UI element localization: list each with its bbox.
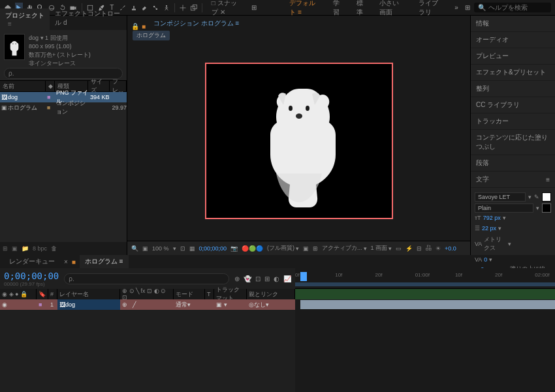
panel-audio[interactable]: オーディオ [471, 32, 555, 48]
anchor-icon[interactable] [189, 3, 198, 13]
frame-blend-icon[interactable]: ⊞ [264, 275, 270, 282]
layer-columns: ◉ ◈ ● 🔒 🔖 # レイヤー名 ⊕ ⊙ ╲ fx ⊡ ◐ ⊙ ⊡ モード T… [0, 289, 295, 299]
panel-info[interactable]: 情報 [471, 16, 555, 32]
timeline-icon[interactable]: ⊟ [417, 245, 422, 252]
timeline-tracks[interactable]: 0f 10f 20f 01:00f 10f 20f 02:00f [295, 268, 555, 392]
leading-value[interactable]: 22 px [482, 225, 496, 232]
layer-row[interactable]: ◉ ■ 1 🖼 dog ⊕ ╱ 通常 ▾ ▣ ▾ ◎ なし ▾ [0, 299, 295, 310]
transparency-icon[interactable]: ▦ [189, 245, 195, 252]
reset-exposure-icon[interactable]: ☀ [436, 245, 441, 252]
layer-search-input[interactable] [64, 273, 229, 284]
zoom-value[interactable]: 100 % [152, 245, 169, 252]
channel-icon[interactable]: 🔴🟢🔵 [242, 245, 263, 252]
motion-blur-icon[interactable]: ◐ [274, 275, 279, 282]
work-area-bar[interactable] [295, 282, 555, 286]
panel-tracker[interactable]: トラッカー [471, 113, 555, 130]
panel-cc-libraries[interactable]: CC ライブラリ [471, 97, 555, 113]
canvas-layer-bounds[interactable] [205, 63, 393, 219]
tab-project[interactable]: プロジェクト≡ [0, 8, 50, 30]
draft3d-icon[interactable]: ⊡ [255, 275, 261, 282]
snap-opt-icon[interactable]: ⊞ [250, 3, 259, 13]
track-header-strip [295, 289, 555, 299]
views-dropdown[interactable]: 1 画面 ▾ [371, 244, 392, 252]
svg-rect-5 [132, 8, 136, 10]
layer-clip[interactable] [300, 300, 555, 309]
project-row[interactable]: ▣ホログラム ■ コンポジション 29.97 [0, 102, 127, 113]
stamp-tool[interactable] [129, 3, 138, 13]
panel-menu-icon[interactable]: ≡ [546, 176, 550, 183]
font-style-dropdown[interactable]: Plain [475, 204, 533, 213]
col-name[interactable]: 名前 [0, 81, 46, 91]
region-icon[interactable]: ▣ [303, 245, 309, 252]
pixel-aspect-icon[interactable]: ▭ [396, 245, 402, 252]
kerning-value[interactable]: メトリクス [484, 235, 506, 252]
shy-icon[interactable]: 👻 [244, 275, 251, 282]
graph-editor-icon[interactable]: 📈 [283, 275, 291, 282]
tab-render-queue[interactable]: レンダーキュー [4, 255, 60, 268]
time-ruler[interactable]: 0f 10f 20f 01:00f 10f 20f 02:00f [295, 268, 555, 289]
tracking-value[interactable]: 0 [484, 256, 487, 263]
svg-point-11 [12, 43, 13, 44]
svg-point-15 [296, 113, 302, 119]
fill-swatch[interactable] [542, 192, 551, 202]
axis-icon[interactable] [179, 3, 187, 13]
panel-paragraph[interactable]: 段落 [471, 155, 555, 172]
playhead[interactable] [300, 272, 307, 281]
font-family-dropdown[interactable]: Savoye LET [475, 192, 526, 202]
tab-effect-controls[interactable]: エフェクトコントロール d [50, 7, 127, 30]
new-folder-icon[interactable]: 📁 [22, 245, 29, 252]
grid-icon[interactable]: ⊞ [313, 245, 318, 252]
help-search[interactable]: 🔍 [474, 3, 551, 12]
eyedropper-icon[interactable]: ✎ [534, 194, 539, 200]
col-size[interactable]: サイズ [88, 81, 110, 91]
col-layer-name[interactable]: レイヤー名 [57, 289, 120, 299]
breadcrumb-item[interactable]: ホログラム [133, 31, 170, 40]
bpc-toggle[interactable]: 8 bpc [33, 245, 47, 252]
search-icon: 🔍 [478, 4, 486, 11]
roto-tool[interactable] [151, 3, 160, 13]
svg-line-6 [155, 7, 156, 8]
composition-viewer[interactable] [127, 40, 470, 241]
layer-track[interactable] [295, 299, 555, 310]
snapshot-icon[interactable]: 📷 [230, 245, 238, 252]
trash-icon[interactable]: 🗑 [51, 245, 57, 252]
interpret-icon[interactable]: ⊞ [3, 245, 8, 252]
quality-dropdown[interactable]: (フル画質) ▾ [267, 244, 299, 252]
fast-preview-icon[interactable]: ⚡ [405, 245, 413, 252]
exposure-value[interactable]: +0.0 [445, 245, 456, 252]
tab-timeline-comp[interactable]: ホログラム ≡ [80, 255, 129, 268]
font-size-value[interactable]: 792 px [483, 215, 501, 221]
col-mode[interactable]: モード [174, 289, 205, 299]
always-preview-icon[interactable]: ▣ [142, 245, 148, 252]
stroke-swatch[interactable] [542, 204, 551, 213]
resolution-icon[interactable]: ⊡ [180, 245, 185, 252]
help-search-input[interactable] [488, 4, 547, 11]
panel-effects-presets[interactable]: エフェクト&プリセット [471, 65, 555, 81]
camera-dropdown[interactable]: アクティブカ... ▾ [322, 244, 367, 252]
workspace-grid-icon[interactable]: ⊞ [463, 3, 471, 13]
panel-align[interactable]: 整列 [471, 81, 555, 97]
asset-thumbnail [4, 34, 25, 60]
current-timecode[interactable]: 0;00;00;00 [4, 271, 59, 281]
tab-composition[interactable]: コンポジション ホログラム ≡ [148, 17, 244, 30]
puppet-tool[interactable] [162, 3, 170, 13]
eraser-tool[interactable] [140, 3, 149, 13]
leading-icon: ☰ [475, 225, 480, 232]
workspace-more-icon[interactable]: » [452, 3, 461, 13]
col-fps[interactable]: フレ... [110, 81, 127, 91]
col-parent[interactable]: 親とリンク [247, 289, 295, 299]
project-panel: プロジェクト≡ エフェクトコントロール d dog ▾ 1 回使用 800 x … [0, 16, 127, 255]
current-time[interactable]: 0;00;00;00 [199, 245, 227, 252]
lock-icon[interactable]: 🔒 [131, 23, 139, 30]
flowchart-icon[interactable]: 品 [426, 244, 432, 252]
panel-content-aware-fill[interactable]: コンテンツに応じた塗りつぶし [471, 130, 555, 155]
panel-character[interactable]: 文字≡ [471, 172, 555, 188]
magnification-icon[interactable]: 🔍 [131, 245, 138, 252]
panel-preview[interactable]: プレビュー [471, 48, 555, 65]
comp-mini-icon[interactable]: ⊕ [234, 275, 240, 282]
asset-name: dog [29, 35, 39, 41]
new-comp-icon[interactable]: ▣ [12, 245, 18, 252]
col-track-matte[interactable]: トラックマット [214, 289, 247, 299]
viewer-footer: 🔍 ▣ 100 % ▾ ⊡ ▦ 0;00;00;00 📷 🔴🟢🔵 (フル画質) … [127, 241, 470, 255]
col-tag[interactable]: ◆ [46, 81, 55, 91]
